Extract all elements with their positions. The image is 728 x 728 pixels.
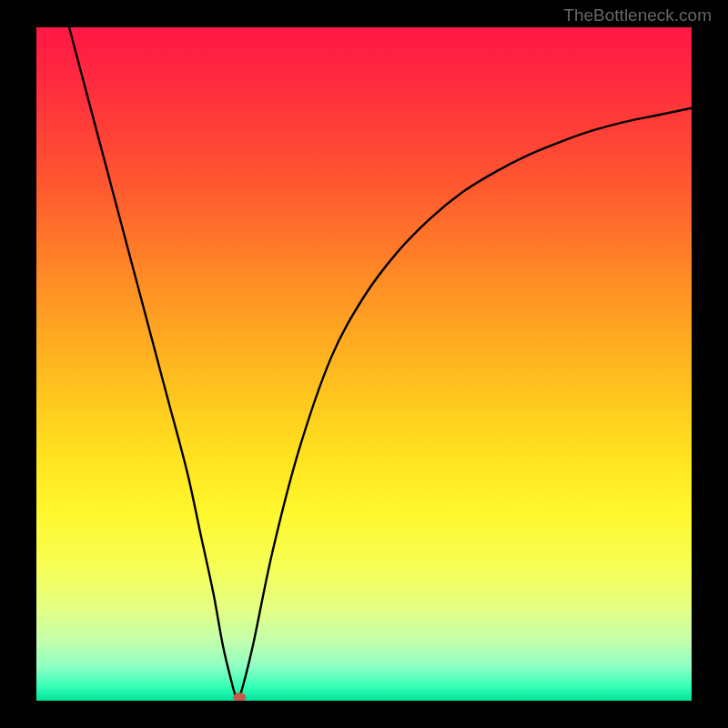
chart-container: TheBottleneck.com bbox=[0, 0, 728, 728]
chart-svg bbox=[36, 27, 692, 701]
watermark-text: TheBottleneck.com bbox=[563, 5, 712, 25]
plot-area bbox=[36, 27, 692, 701]
gradient-background bbox=[36, 27, 692, 701]
